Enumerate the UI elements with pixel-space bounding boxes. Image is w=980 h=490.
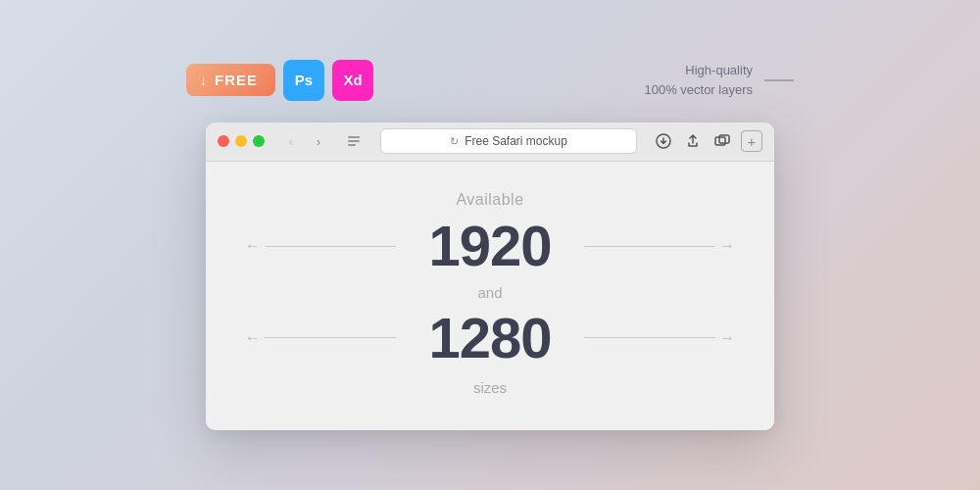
line-right-1280	[584, 337, 715, 338]
svg-rect-4	[715, 137, 725, 145]
traffic-lights	[218, 135, 265, 147]
arrow-right-icon-1920: →	[719, 237, 735, 255]
download-toolbar-icon[interactable]	[651, 128, 676, 154]
share-toolbar-icon[interactable]	[680, 128, 706, 154]
size-1280-row: ← 1280 →	[245, 309, 735, 368]
size-1920-row: ← 1920 →	[245, 217, 735, 276]
toolbar-right: +	[651, 128, 762, 154]
available-label: Available	[456, 191, 523, 209]
nav-buttons: ‹ ›	[278, 128, 331, 154]
line-right-1920	[584, 246, 715, 247]
ps-label: Ps	[295, 72, 313, 88]
size-1280-number: 1280	[412, 309, 568, 368]
address-bar[interactable]: ↻ Free Safari mockup	[380, 128, 637, 154]
browser-titlebar: ‹ › ↻ Free Safari mockup	[206, 122, 774, 162]
browser-content: Available ← 1920 → and ← 1280 →	[206, 162, 774, 431]
quality-line1: High-quality	[644, 61, 753, 80]
and-label: and	[477, 284, 502, 301]
back-button[interactable]: ‹	[278, 128, 304, 154]
svg-rect-5	[719, 135, 729, 143]
arrow-left-icon-1280: ←	[245, 329, 261, 347]
svg-rect-1	[348, 140, 360, 142]
size-1920-number: 1920	[412, 217, 568, 276]
free-badge[interactable]: ↓ FREE	[186, 64, 275, 96]
xd-label: Xd	[343, 72, 362, 88]
browser-window: ‹ › ↻ Free Safari mockup	[206, 122, 774, 431]
free-badge-label: FREE	[215, 72, 258, 88]
sizes-label: sizes	[473, 379, 507, 396]
download-icon: ↓	[200, 73, 208, 88]
maximize-button[interactable]	[253, 135, 265, 147]
left-arrow-line-1280: ←	[245, 329, 396, 347]
svg-rect-2	[348, 144, 356, 146]
minimize-button[interactable]	[235, 135, 247, 147]
quality-info: High-quality 100% vector layers	[644, 61, 794, 99]
add-tab-icon: +	[748, 134, 757, 149]
svg-rect-0	[348, 136, 360, 138]
left-arrow-line-1920: ←	[245, 237, 396, 255]
right-arrow-line-1920: →	[584, 237, 735, 255]
close-button[interactable]	[218, 135, 229, 147]
add-tab-button[interactable]: +	[741, 130, 762, 152]
reader-button[interactable]	[341, 128, 367, 154]
arrow-left-icon-1920: ←	[245, 237, 261, 255]
forward-button[interactable]: ›	[306, 128, 331, 154]
badges-group: ↓ FREE Ps Xd	[186, 60, 373, 101]
right-arrow-line-1280: →	[584, 329, 735, 347]
photoshop-badge[interactable]: Ps	[283, 60, 324, 101]
line-left-1280	[265, 337, 396, 338]
top-area: ↓ FREE Ps Xd High-quality 100% vector la…	[186, 60, 794, 101]
refresh-icon: ↻	[450, 135, 459, 148]
quality-line2: 100% vector layers	[644, 80, 753, 100]
address-bar-text: Free Safari mockup	[465, 134, 567, 148]
tabs-toolbar-icon[interactable]	[710, 128, 735, 154]
line-left-1920	[265, 246, 396, 247]
arrow-right-icon-1280: →	[719, 329, 735, 347]
xd-badge[interactable]: Xd	[332, 60, 373, 101]
quality-line-decoration	[764, 79, 794, 81]
quality-text-block: High-quality 100% vector layers	[644, 61, 753, 99]
